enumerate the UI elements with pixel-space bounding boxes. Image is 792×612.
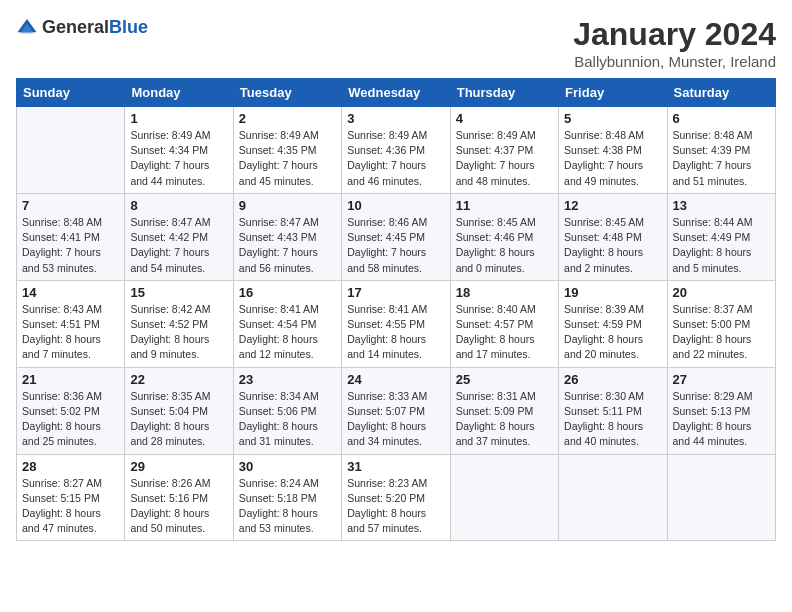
header-wednesday: Wednesday [342,79,450,107]
daylight-text: Daylight: 8 hours and 44 minutes. [673,420,752,447]
calendar-week-row: 7 Sunrise: 8:48 AM Sunset: 4:41 PM Dayli… [17,193,776,280]
day-number: 12 [564,198,661,213]
daylight-text: Daylight: 8 hours and 37 minutes. [456,420,535,447]
sunrise-text: Sunrise: 8:48 AM [673,129,753,141]
sunset-text: Sunset: 4:59 PM [564,318,642,330]
day-number: 15 [130,285,227,300]
table-row [559,454,667,541]
table-row: 31 Sunrise: 8:23 AM Sunset: 5:20 PM Dayl… [342,454,450,541]
day-info: Sunrise: 8:47 AM Sunset: 4:42 PM Dayligh… [130,215,227,276]
table-row: 14 Sunrise: 8:43 AM Sunset: 4:51 PM Dayl… [17,280,125,367]
sunset-text: Sunset: 4:43 PM [239,231,317,243]
table-row: 19 Sunrise: 8:39 AM Sunset: 4:59 PM Dayl… [559,280,667,367]
header-thursday: Thursday [450,79,558,107]
day-number: 8 [130,198,227,213]
day-info: Sunrise: 8:42 AM Sunset: 4:52 PM Dayligh… [130,302,227,363]
sunset-text: Sunset: 4:38 PM [564,144,642,156]
daylight-text: Daylight: 8 hours and 7 minutes. [22,333,101,360]
day-info: Sunrise: 8:34 AM Sunset: 5:06 PM Dayligh… [239,389,336,450]
sunset-text: Sunset: 4:34 PM [130,144,208,156]
day-info: Sunrise: 8:49 AM Sunset: 4:37 PM Dayligh… [456,128,553,189]
day-number: 18 [456,285,553,300]
table-row: 23 Sunrise: 8:34 AM Sunset: 5:06 PM Dayl… [233,367,341,454]
sunset-text: Sunset: 5:07 PM [347,405,425,417]
day-number: 7 [22,198,119,213]
sunset-text: Sunset: 4:49 PM [673,231,751,243]
sunrise-text: Sunrise: 8:23 AM [347,477,427,489]
day-info: Sunrise: 8:43 AM Sunset: 4:51 PM Dayligh… [22,302,119,363]
table-row [450,454,558,541]
calendar-week-row: 21 Sunrise: 8:36 AM Sunset: 5:02 PM Dayl… [17,367,776,454]
sunset-text: Sunset: 4:57 PM [456,318,534,330]
sunrise-text: Sunrise: 8:31 AM [456,390,536,402]
table-row [667,454,775,541]
table-row: 9 Sunrise: 8:47 AM Sunset: 4:43 PM Dayli… [233,193,341,280]
location-subtitle: Ballybunnion, Munster, Ireland [573,53,776,70]
daylight-text: Daylight: 8 hours and 2 minutes. [564,246,643,273]
daylight-text: Daylight: 7 hours and 49 minutes. [564,159,643,186]
table-row: 28 Sunrise: 8:27 AM Sunset: 5:15 PM Dayl… [17,454,125,541]
sunset-text: Sunset: 4:55 PM [347,318,425,330]
sunrise-text: Sunrise: 8:30 AM [564,390,644,402]
daylight-text: Daylight: 8 hours and 9 minutes. [130,333,209,360]
sunrise-text: Sunrise: 8:41 AM [239,303,319,315]
sunrise-text: Sunrise: 8:49 AM [130,129,210,141]
table-row: 3 Sunrise: 8:49 AM Sunset: 4:36 PM Dayli… [342,107,450,194]
table-row: 8 Sunrise: 8:47 AM Sunset: 4:42 PM Dayli… [125,193,233,280]
daylight-text: Daylight: 7 hours and 54 minutes. [130,246,209,273]
sunrise-text: Sunrise: 8:41 AM [347,303,427,315]
daylight-text: Daylight: 7 hours and 45 minutes. [239,159,318,186]
sunset-text: Sunset: 5:18 PM [239,492,317,504]
calendar-week-row: 28 Sunrise: 8:27 AM Sunset: 5:15 PM Dayl… [17,454,776,541]
day-number: 16 [239,285,336,300]
header-tuesday: Tuesday [233,79,341,107]
day-number: 24 [347,372,444,387]
sunset-text: Sunset: 5:15 PM [22,492,100,504]
daylight-text: Daylight: 7 hours and 44 minutes. [130,159,209,186]
day-info: Sunrise: 8:31 AM Sunset: 5:09 PM Dayligh… [456,389,553,450]
sunrise-text: Sunrise: 8:29 AM [673,390,753,402]
day-number: 21 [22,372,119,387]
sunrise-text: Sunrise: 8:48 AM [564,129,644,141]
header-saturday: Saturday [667,79,775,107]
day-info: Sunrise: 8:23 AM Sunset: 5:20 PM Dayligh… [347,476,444,537]
day-number: 5 [564,111,661,126]
table-row: 30 Sunrise: 8:24 AM Sunset: 5:18 PM Dayl… [233,454,341,541]
sunset-text: Sunset: 5:02 PM [22,405,100,417]
month-title: January 2024 [573,16,776,53]
calendar-table: Sunday Monday Tuesday Wednesday Thursday… [16,78,776,541]
table-row: 2 Sunrise: 8:49 AM Sunset: 4:35 PM Dayli… [233,107,341,194]
table-row: 21 Sunrise: 8:36 AM Sunset: 5:02 PM Dayl… [17,367,125,454]
day-info: Sunrise: 8:48 AM Sunset: 4:39 PM Dayligh… [673,128,770,189]
day-info: Sunrise: 8:39 AM Sunset: 4:59 PM Dayligh… [564,302,661,363]
day-info: Sunrise: 8:41 AM Sunset: 4:54 PM Dayligh… [239,302,336,363]
table-row: 25 Sunrise: 8:31 AM Sunset: 5:09 PM Dayl… [450,367,558,454]
day-info: Sunrise: 8:40 AM Sunset: 4:57 PM Dayligh… [456,302,553,363]
daylight-text: Daylight: 8 hours and 25 minutes. [22,420,101,447]
sunset-text: Sunset: 4:36 PM [347,144,425,156]
daylight-text: Daylight: 7 hours and 46 minutes. [347,159,426,186]
day-info: Sunrise: 8:37 AM Sunset: 5:00 PM Dayligh… [673,302,770,363]
day-number: 20 [673,285,770,300]
day-info: Sunrise: 8:26 AM Sunset: 5:16 PM Dayligh… [130,476,227,537]
day-info: Sunrise: 8:24 AM Sunset: 5:18 PM Dayligh… [239,476,336,537]
daylight-text: Daylight: 8 hours and 57 minutes. [347,507,426,534]
table-row: 29 Sunrise: 8:26 AM Sunset: 5:16 PM Dayl… [125,454,233,541]
sunset-text: Sunset: 4:39 PM [673,144,751,156]
table-row: 22 Sunrise: 8:35 AM Sunset: 5:04 PM Dayl… [125,367,233,454]
day-info: Sunrise: 8:44 AM Sunset: 4:49 PM Dayligh… [673,215,770,276]
day-number: 10 [347,198,444,213]
day-info: Sunrise: 8:27 AM Sunset: 5:15 PM Dayligh… [22,476,119,537]
sunset-text: Sunset: 4:41 PM [22,231,100,243]
sunset-text: Sunset: 5:00 PM [673,318,751,330]
table-row: 5 Sunrise: 8:48 AM Sunset: 4:38 PM Dayli… [559,107,667,194]
logo-icon [16,16,38,38]
day-number: 6 [673,111,770,126]
table-row: 26 Sunrise: 8:30 AM Sunset: 5:11 PM Dayl… [559,367,667,454]
sunset-text: Sunset: 4:37 PM [456,144,534,156]
day-number: 22 [130,372,227,387]
day-info: Sunrise: 8:49 AM Sunset: 4:34 PM Dayligh… [130,128,227,189]
table-row: 27 Sunrise: 8:29 AM Sunset: 5:13 PM Dayl… [667,367,775,454]
sunset-text: Sunset: 4:51 PM [22,318,100,330]
day-number: 19 [564,285,661,300]
